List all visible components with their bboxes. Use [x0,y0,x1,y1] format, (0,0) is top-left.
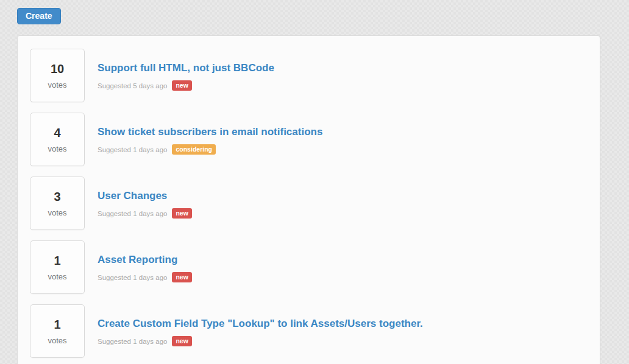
suggestion-title-link[interactable]: User Changes [98,189,167,203]
vote-box[interactable]: 10 votes [30,49,85,102]
suggestion-meta-row: Suggested 1 days ago new [98,272,192,282]
create-button[interactable]: Create [17,8,61,24]
suggestion-title-link[interactable]: Create Custom Field Type "Lookup" to lin… [98,317,423,331]
status-badge: new [172,208,191,219]
vote-box[interactable]: 3 votes [30,177,85,230]
vote-label: votes [48,145,66,153]
suggestion-body: Support full HTML, not just BBCode Sugge… [98,49,274,91]
suggestion-row: 10 votes Support full HTML, not just BBC… [30,49,588,102]
suggestion-meta: Suggested 1 days ago [98,210,167,217]
vote-box[interactable]: 1 votes [30,240,85,294]
suggestion-row: 1 votes Create Custom Field Type "Lookup… [30,304,588,358]
vote-box[interactable]: 1 votes [30,304,85,358]
suggestion-meta-row: Suggested 1 days ago considering [98,144,322,155]
vote-count: 4 [54,126,60,139]
suggestion-row: 4 votes Show ticket subscribers in email… [30,113,588,166]
vote-label: votes [48,337,66,345]
suggestion-title-link[interactable]: Show ticket subscribers in email notific… [98,125,322,139]
status-badge: considering [172,144,216,155]
suggestion-meta: Suggested 1 days ago [98,146,167,153]
suggestion-title-link[interactable]: Support full HTML, not just BBCode [98,61,274,75]
suggestions-panel: 10 votes Support full HTML, not just BBC… [17,35,600,364]
vote-label: votes [48,209,66,217]
vote-box[interactable]: 4 votes [30,113,85,166]
suggestion-meta: Suggested 1 days ago [98,338,167,345]
vote-count: 1 [54,318,60,331]
vote-count: 1 [54,254,60,267]
page: Create 10 votes Support full HTML, not j… [0,0,629,364]
status-badge: new [172,336,191,346]
suggestion-title-link[interactable]: Asset Reporting [98,253,177,267]
status-badge: new [172,80,191,91]
vote-label: votes [48,81,66,89]
suggestion-body: User Changes Suggested 1 days ago new [98,177,192,219]
suggestion-body: Show ticket subscribers in email notific… [98,113,322,155]
vote-count: 3 [54,190,60,203]
suggestion-meta-row: Suggested 1 days ago new [98,336,423,346]
suggestion-row: 3 votes User Changes Suggested 1 days ag… [30,177,588,230]
vote-label: votes [48,273,66,281]
suggestion-meta: Suggested 1 days ago [98,274,167,281]
suggestion-meta-row: Suggested 5 days ago new [98,80,274,91]
vote-count: 10 [51,62,64,75]
suggestion-row: 1 votes Asset Reporting Suggested 1 days… [30,240,588,294]
suggestion-body: Create Custom Field Type "Lookup" to lin… [98,304,423,346]
suggestion-body: Asset Reporting Suggested 1 days ago new [98,240,192,282]
suggestion-meta-row: Suggested 1 days ago new [98,208,192,219]
status-badge: new [172,272,191,282]
suggestion-meta: Suggested 5 days ago [98,82,167,89]
